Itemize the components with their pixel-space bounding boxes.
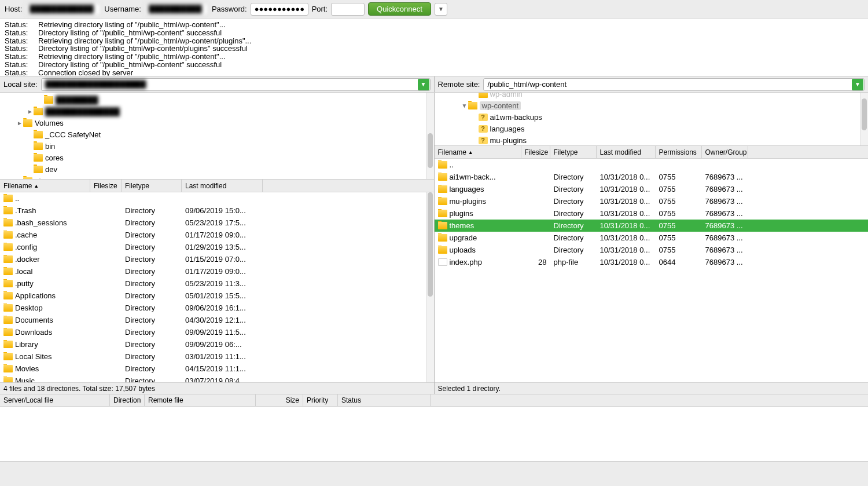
tree-item[interactable]: wp-admin (435, 93, 869, 100)
file-row[interactable]: ApplicationsDirectory05/01/2019 15:5... (0, 290, 434, 302)
tree-item[interactable]: cores (0, 152, 434, 163)
log-label: Status: (5, 29, 38, 37)
local-directory-tree[interactable]: ████████►██████████████►Volumes_CCC Safe… (0, 93, 434, 180)
tree-item[interactable]: ?languages (435, 123, 869, 134)
tree-item[interactable]: bin (0, 140, 434, 152)
file-row[interactable]: pluginsDirectory10/31/2018 0...075576896… (435, 207, 869, 220)
file-row[interactable]: MoviesDirectory04/15/2019 11:1... (0, 363, 434, 375)
folder-icon (438, 185, 447, 193)
file-type: Directory (550, 185, 597, 193)
remote-site-dropdown[interactable]: ▼ (852, 79, 863, 90)
tree-item[interactable]: ►██████████████ (0, 105, 434, 117)
folder-icon (438, 234, 447, 242)
expand-icon[interactable]: ► (16, 120, 23, 126)
file-row[interactable]: .TrashDirectory09/06/2019 15:0... (0, 204, 434, 217)
unknown-folder-icon: ? (479, 137, 488, 144)
sort-ascending-icon: ▲ (468, 149, 473, 155)
file-modified: 03/07/2019 08:4... (182, 377, 263, 382)
file-permissions: 0755 (656, 233, 702, 242)
file-row[interactable]: mu-pluginsDirectory10/31/2018 0...075576… (435, 195, 869, 207)
host-input[interactable] (25, 3, 101, 16)
file-row[interactable]: .bash_sessionsDirectory05/23/2019 17:5..… (0, 217, 434, 229)
file-name: themes (450, 221, 475, 230)
folder-icon (3, 207, 13, 214)
local-file-list[interactable]: ...TrashDirectory09/06/2019 15:0....bash… (0, 192, 434, 382)
tree-label: ██████████████ (45, 107, 120, 116)
tree-item[interactable]: dev (0, 163, 434, 175)
file-row[interactable]: upgradeDirectory10/31/2018 0...075576896… (435, 232, 869, 244)
tree-label: ████████ (56, 96, 98, 104)
file-row[interactable]: .localDirectory01/17/2019 09:0... (0, 265, 434, 277)
port-input[interactable] (331, 3, 365, 16)
local-column-header[interactable]: Filename▲ Filesize Filetype Last modifie… (0, 180, 434, 192)
tree-label: ai1wm-backups (490, 113, 542, 122)
file-modified: 10/31/2018 0... (597, 246, 656, 254)
scrollbar[interactable] (426, 192, 434, 382)
folder-icon (3, 316, 13, 324)
remote-directory-tree[interactable]: wp-admin▼wp-content?ai1wm-backups?langua… (435, 93, 869, 146)
file-row[interactable]: ai1wm-back...Directory10/31/2018 0...075… (435, 171, 869, 183)
transfer-queue[interactable] (0, 407, 868, 461)
file-type: Directory (122, 352, 182, 361)
file-row[interactable]: languagesDirectory10/31/2018 0...0755768… (435, 183, 869, 195)
file-type: Directory (122, 340, 182, 349)
file-row[interactable]: LibraryDirectory09/09/2019 06:... (0, 338, 434, 350)
file-type: php-file (550, 258, 597, 266)
file-row[interactable]: themesDirectory10/31/2018 0...0755768967… (435, 220, 869, 232)
tree-item[interactable]: ?ai1wm-backups (435, 111, 869, 123)
file-row[interactable]: MusicDirectory03/07/2019 08:4... (0, 375, 434, 382)
tree-item[interactable]: _CCC SafetyNet (0, 129, 434, 140)
file-permissions: 0755 (656, 221, 702, 230)
remote-file-list[interactable]: ..ai1wm-back...Directory10/31/2018 0...0… (435, 159, 869, 382)
expand-icon[interactable]: ► (16, 178, 23, 180)
transfer-queue-header[interactable]: Server/Local file Direction Remote file … (0, 394, 868, 407)
scrollbar[interactable] (860, 93, 868, 145)
tree-item[interactable]: ►Volumes (0, 117, 434, 129)
folder-icon (438, 210, 447, 217)
file-name: Desktop (15, 304, 43, 312)
file-row[interactable]: .. (0, 192, 434, 204)
scrollbar[interactable] (426, 93, 434, 179)
file-row[interactable]: .cacheDirectory01/17/2019 09:0... (0, 229, 434, 241)
file-row[interactable]: DesktopDirectory09/06/2019 16:1... (0, 302, 434, 314)
file-row[interactable]: Local SitesDirectory03/01/2019 11:1... (0, 350, 434, 363)
message-log[interactable]: Status:Retrieving directory listing of "… (0, 19, 868, 76)
expand-icon[interactable]: ▼ (461, 103, 468, 109)
local-site-label: Local site: (3, 80, 38, 89)
unknown-folder-icon: ? (479, 125, 488, 133)
tree-item[interactable]: ▼wp-content (435, 100, 869, 111)
sort-ascending-icon: ▲ (34, 183, 39, 189)
quickconnect-button[interactable]: Quickconnect (368, 2, 431, 16)
password-input[interactable] (251, 3, 308, 16)
file-type: Directory (122, 304, 182, 312)
file-row[interactable]: .dockerDirectory01/15/2019 07:0... (0, 253, 434, 265)
file-row[interactable]: DownloadsDirectory09/09/2019 11:5... (0, 326, 434, 338)
file-permissions: 0755 (656, 209, 702, 218)
file-row[interactable]: .. (435, 159, 869, 171)
remote-site-input[interactable] (484, 79, 852, 89)
username-input[interactable] (145, 3, 208, 16)
tree-item[interactable]: ████████ (0, 94, 434, 105)
quickconnect-history-dropdown[interactable]: ▼ (435, 3, 447, 16)
file-type: Directory (550, 221, 597, 230)
folder-icon (44, 96, 53, 104)
file-modified: 09/09/2019 06:... (182, 340, 263, 349)
folder-icon (34, 154, 43, 162)
file-row[interactable]: DocumentsDirectory04/30/2019 12:1... (0, 314, 434, 326)
local-site-input[interactable] (42, 79, 418, 89)
local-site-dropdown[interactable]: ▼ (418, 79, 429, 90)
tree-item[interactable]: ►etc (0, 175, 434, 180)
expand-icon[interactable]: ► (27, 108, 34, 115)
file-row[interactable]: .configDirectory01/29/2019 13:5... (0, 241, 434, 253)
file-modified: 09/06/2019 15:0... (182, 206, 263, 215)
file-name: uploads (450, 246, 476, 254)
file-row[interactable]: index.php28php-file10/31/2018 0...064476… (435, 256, 869, 268)
file-row[interactable]: .puttyDirectory05/23/2019 11:3... (0, 277, 434, 290)
file-row[interactable]: uploadsDirectory10/31/2018 0...075576896… (435, 244, 869, 256)
tree-item[interactable]: ?mu-plugins (435, 134, 869, 146)
file-type: Directory (122, 364, 182, 373)
file-modified: 09/09/2019 11:5... (182, 328, 263, 337)
file-type: Directory (550, 209, 597, 218)
remote-column-header[interactable]: Filename▲ Filesize Filetype Last modifie… (435, 146, 869, 159)
file-name: Library (15, 340, 38, 349)
